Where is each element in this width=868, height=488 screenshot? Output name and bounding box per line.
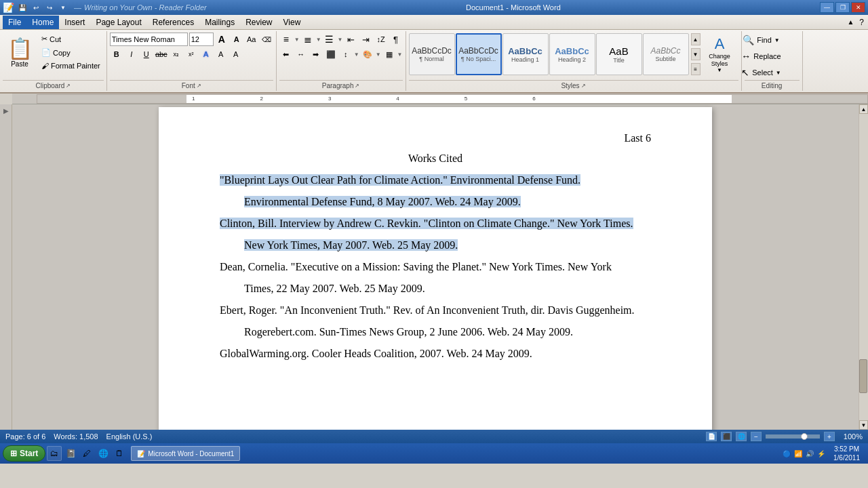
sort-button[interactable]: ↕Z [374,33,388,46]
bullets-button[interactable]: ≡ [279,33,293,46]
view-normal[interactable]: 📄 [706,432,717,441]
active-window-button[interactable]: 📝 Microsoft Word - Document1 [131,446,240,461]
line-spacing-dropdown[interactable]: ▼ [354,52,359,58]
styles-expand[interactable]: ↗ [581,83,586,89]
decrease-indent[interactable]: ⇤ [344,33,358,46]
ribbon-collapse[interactable]: ▲ [846,17,855,27]
style-normal[interactable]: AaBbCcDc ¶ Normal [409,33,455,75]
format-painter-button[interactable]: 🖌 Format Painter [38,60,104,72]
menu-insert[interactable]: Insert [59,16,90,29]
highlight-color-button[interactable]: A [214,47,228,61]
multilevel-button[interactable]: ☰ [323,33,336,46]
clipboard-expand[interactable]: ↗ [66,83,71,89]
taskbar-icon-4[interactable]: 🌐 [96,446,111,461]
numbering-button[interactable]: ≣ [301,33,315,46]
tray-icon-1[interactable]: 🔵 [782,449,791,458]
select-button[interactable]: ↖ Select ▼ [745,65,778,80]
help-icon[interactable]: ? [858,16,865,28]
shading-dropdown[interactable]: ▼ [376,52,381,58]
line-spacing[interactable]: ↕ [339,47,353,61]
page-nav-icon[interactable]: ▶ [3,107,9,115]
superscript-button[interactable]: x² [184,47,198,61]
scroll-thumb[interactable] [859,359,867,393]
close-button[interactable]: ✕ [851,2,865,13]
quick-customize[interactable]: ▼ [58,2,68,13]
find-button[interactable]: 🔍 Find ▼ [745,33,778,47]
change-styles-button[interactable]: A ChangeStyles ▼ [701,33,738,76]
citation-1: "Blueprint Lays Out Clear Path for Clima… [220,169,651,213]
font-expand[interactable]: ↗ [197,83,201,89]
find-dropdown[interactable]: ▼ [774,37,780,43]
taskbar-icon-2[interactable]: 📓 [63,446,78,461]
shading-button[interactable]: 🎨 [361,47,374,61]
quick-save[interactable]: 💾 [17,2,28,13]
change-case-button[interactable]: Aa [245,33,258,46]
style-no-spacing[interactable]: AaBbCcDc ¶ No Spaci... [456,33,502,75]
styles-scroll-up[interactable]: ▲ [691,33,701,45]
page-header: Last 6 [624,127,651,149]
doc-scroll-view[interactable]: Last 6 Works Cited "Blueprint Lays Out C… [12,104,859,430]
strikethrough-button[interactable]: abc [155,47,168,61]
zoom-in[interactable]: + [824,432,835,441]
align-right[interactable]: ➡ [309,47,323,61]
quick-redo[interactable]: ↪ [44,2,55,13]
menu-home[interactable]: Home [26,16,59,29]
view-web[interactable]: 🌐 [736,432,747,441]
tray-icon-3[interactable]: 🔊 [805,449,814,458]
font-size-increase[interactable]: A [215,33,229,46]
border-dropdown[interactable]: ▼ [397,52,403,58]
font-color-button[interactable]: A [229,47,243,61]
minimize-button[interactable]: — [820,2,834,13]
font-name-input[interactable] [110,33,188,46]
justify[interactable]: ⬛ [324,47,338,61]
taskbar-icon-1[interactable]: 🗂 [47,446,62,461]
increase-indent[interactable]: ⇥ [359,33,373,46]
show-marks-button[interactable]: ¶ [389,33,403,46]
menu-view[interactable]: View [278,16,307,29]
menu-mailings[interactable]: Mailings [199,16,240,29]
quick-undo[interactable]: ↩ [31,2,41,13]
select-dropdown[interactable]: ▼ [776,70,781,76]
tray-icon-4[interactable]: ⚡ [816,449,826,458]
subscript-button[interactable]: x₂ [170,47,183,61]
cut-button[interactable]: ✂ Cut [38,33,104,45]
menu-file[interactable]: File [3,16,26,29]
numbering-dropdown[interactable]: ▼ [316,37,321,43]
menu-review[interactable]: Review [240,16,277,29]
scroll-down-button[interactable]: ▼ [859,420,868,430]
view-full[interactable]: ⬛ [721,432,732,441]
menu-page-layout[interactable]: Page Layout [90,16,146,29]
style-subtitle[interactable]: AaBbCc Subtitle [643,33,689,75]
font-size-input[interactable] [189,33,214,46]
scroll-up-button[interactable]: ▲ [859,104,868,114]
italic-button[interactable]: I [125,47,138,61]
multilevel-dropdown[interactable]: ▼ [338,37,343,43]
bullets-dropdown[interactable]: ▼ [294,37,300,43]
styles-scroll-down[interactable]: ▼ [691,48,701,60]
menu-references[interactable]: References [147,16,199,29]
paste-button[interactable]: 📋 Paste [3,33,37,72]
clear-format-button[interactable]: ⌫ [260,33,273,46]
copy-button[interactable]: 📄 Copy [38,46,104,59]
title-bar-left: 📝 💾 ↩ ↪ ▼ — Writing on Your Own - Reader… [3,2,207,13]
taskbar-icon-3[interactable]: 🖊 [79,446,94,461]
zoom-out[interactable]: − [751,432,762,441]
paragraph-expand[interactable]: ↗ [355,83,359,89]
style-heading2[interactable]: AaBbCc Heading 2 [549,33,595,75]
taskbar-icon-5[interactable]: 🗒 [112,446,127,461]
style-title[interactable]: AaB Title [596,33,642,75]
underline-button[interactable]: U [140,47,153,61]
bold-button[interactable]: B [110,47,123,61]
text-effect-button[interactable]: A [199,47,213,61]
replace-button[interactable]: ↔ Replace [745,49,778,64]
tray-icon-2[interactable]: 📶 [793,449,803,458]
border-button[interactable]: ▦ [382,47,396,61]
restore-button[interactable]: ❐ [835,2,850,13]
align-center[interactable]: ↔ [294,47,308,61]
styles-more[interactable]: ≡ [691,63,701,75]
style-heading1[interactable]: AaBbCc Heading 1 [502,33,549,75]
font-size-decrease[interactable]: A [230,33,243,46]
align-left[interactable]: ⬅ [279,47,293,61]
start-button[interactable]: ⊞ Start [3,445,45,462]
zoom-slider-track[interactable] [766,434,820,439]
